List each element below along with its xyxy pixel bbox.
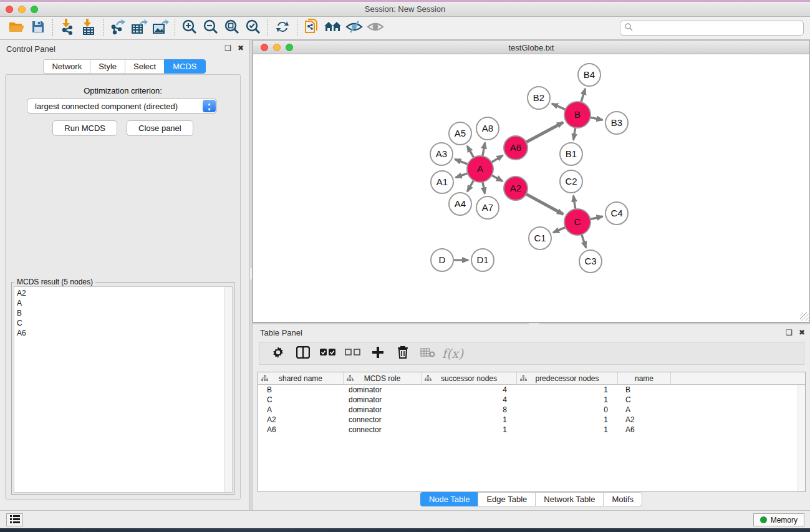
cell-predecessor-nodes[interactable]: 1 <box>517 415 618 424</box>
export-network-button[interactable] <box>107 19 128 37</box>
import-network-button[interactable] <box>57 19 78 37</box>
memory-button[interactable]: Memory <box>753 513 804 526</box>
cell-predecessor-nodes[interactable]: 1 <box>517 385 618 394</box>
network-window-titlebar[interactable]: testGlobe.txt <box>253 40 810 54</box>
cell-shared-name[interactable]: A <box>258 405 344 414</box>
tab-edge-table[interactable]: Edge Table <box>478 492 535 506</box>
close-panel-icon[interactable]: ✖ <box>238 44 244 52</box>
node-B3[interactable]: B3 <box>605 112 628 134</box>
node-A[interactable]: A <box>467 156 493 182</box>
node-A5[interactable]: A5 <box>449 122 471 145</box>
node-A1[interactable]: A1 <box>431 171 453 193</box>
cell-name[interactable]: C <box>618 395 671 404</box>
node-B1[interactable]: B1 <box>560 143 582 165</box>
column-header-shared-name[interactable]: shared name <box>258 372 344 384</box>
cell-predecessor-nodes[interactable]: 1 <box>517 425 618 434</box>
show-graphics-button[interactable] <box>365 19 386 37</box>
tab-node-table[interactable]: Node Table <box>420 492 478 506</box>
node-A6[interactable]: A6 <box>504 136 528 160</box>
cell-predecessor-nodes[interactable]: 1 <box>517 395 618 404</box>
node-A8[interactable]: A8 <box>476 117 499 140</box>
node-C3[interactable]: C3 <box>579 250 602 273</box>
new-network-button[interactable] <box>301 19 322 37</box>
edge-A2-C[interactable] <box>526 194 563 214</box>
edge-C-C3[interactable] <box>582 235 586 248</box>
table-row[interactable]: Cdominator41C <box>258 395 805 405</box>
cell-name[interactable]: A6 <box>618 425 671 434</box>
cell-name[interactable]: A2 <box>618 415 671 424</box>
cell-MCDS-role[interactable]: dominator <box>344 395 422 404</box>
network-canvas[interactable]: AA1A3A5A8A4A7A6A2BB1B2B3B4CC1C2C3C4DD1 <box>253 54 810 322</box>
float-panel-icon[interactable]: ❑ <box>224 44 231 52</box>
hide-all-columns-button[interactable] <box>342 344 364 363</box>
cell-predecessor-nodes[interactable]: 0 <box>517 405 618 414</box>
edge-A-A6[interactable] <box>491 155 503 162</box>
mcds-result-item[interactable]: C <box>17 318 232 328</box>
node-C[interactable]: C <box>564 209 591 235</box>
cell-MCDS-role[interactable]: connector <box>344 425 422 434</box>
node-B2[interactable]: B2 <box>528 87 550 109</box>
node-C2[interactable]: C2 <box>560 170 582 193</box>
edge-C-C4[interactable] <box>590 216 602 219</box>
column-header-MCDS-role[interactable]: MCDS role <box>344 372 422 384</box>
edge-A6-B[interactable] <box>526 122 563 142</box>
edge-A-A4[interactable] <box>467 180 473 191</box>
cell-MCDS-role[interactable]: dominator <box>344 385 422 394</box>
edge-B-B1[interactable] <box>574 128 576 140</box>
node-A4[interactable]: A4 <box>449 193 471 215</box>
cell-MCDS-role[interactable]: dominator <box>344 405 422 414</box>
node-A2[interactable]: A2 <box>504 177 528 200</box>
node-B[interactable]: B <box>564 102 591 128</box>
edge-A-A1[interactable] <box>456 173 468 178</box>
cell-shared-name[interactable]: C <box>258 395 344 404</box>
split-view-button[interactable] <box>292 344 314 363</box>
save-session-button[interactable] <box>27 19 49 37</box>
table-row[interactable]: Adominator80A <box>258 405 805 415</box>
column-header-name[interactable]: name <box>618 372 671 384</box>
table-row[interactable]: A2connector11A2 <box>258 415 805 425</box>
cell-shared-name[interactable]: A6 <box>258 425 344 434</box>
node-table[interactable]: shared nameMCDS rolesuccessor nodesprede… <box>258 372 806 492</box>
table-row[interactable]: Bdominator41B <box>258 385 805 395</box>
hide-graphics-button[interactable] <box>344 19 365 37</box>
edge-A-A7[interactable] <box>483 182 485 194</box>
mcds-result-item[interactable]: B <box>17 308 232 318</box>
search-field[interactable] <box>620 21 804 36</box>
node-C1[interactable]: C1 <box>529 227 551 249</box>
splitter-handle[interactable] <box>250 268 252 279</box>
delete-column-button[interactable] <box>392 344 414 363</box>
edge-B-B3[interactable] <box>591 117 603 120</box>
edge-B-B4[interactable] <box>581 89 585 102</box>
tab-network[interactable]: Network <box>43 59 90 74</box>
column-header-predecessor-nodes[interactable]: predecessor nodes <box>517 372 618 384</box>
node-B4[interactable]: B4 <box>578 64 600 86</box>
tab-motifs[interactable]: Motifs <box>603 492 642 506</box>
zoom-in-button[interactable] <box>179 19 200 37</box>
delete-table-button[interactable] <box>417 344 439 363</box>
function-builder-button[interactable]: f(x) <box>441 344 464 363</box>
tab-style[interactable]: Style <box>90 59 125 74</box>
zoom-selected-button[interactable] <box>243 19 264 37</box>
edge-A-A3[interactable] <box>455 159 468 164</box>
edge-C-C2[interactable] <box>573 196 575 210</box>
cell-successor-nodes[interactable]: 1 <box>422 425 517 434</box>
run-mcds-button[interactable]: Run MCDS <box>52 120 117 136</box>
zoom-fit-button[interactable] <box>221 19 243 37</box>
task-history-button[interactable] <box>6 513 23 526</box>
open-session-button[interactable] <box>6 19 27 37</box>
mcds-result-item[interactable]: A2 <box>17 288 232 298</box>
edge-B-B2[interactable] <box>552 104 566 109</box>
close-panel-icon[interactable]: ✖ <box>799 329 805 336</box>
zoom-out-button[interactable] <box>200 19 221 37</box>
node-D1[interactable]: D1 <box>471 249 494 271</box>
cell-name[interactable]: B <box>618 385 671 394</box>
edge-A-A2[interactable] <box>491 175 502 181</box>
export-image-button[interactable] <box>150 19 171 37</box>
cell-successor-nodes[interactable]: 8 <box>422 405 517 414</box>
home-button[interactable] <box>322 19 344 37</box>
edge-A-A5[interactable] <box>467 146 473 158</box>
mcds-list-scrollbar[interactable] <box>224 287 232 492</box>
edge-C-C1[interactable] <box>553 227 566 233</box>
show-all-columns-button[interactable] <box>317 344 339 363</box>
tab-network-table[interactable]: Network Table <box>535 492 603 506</box>
